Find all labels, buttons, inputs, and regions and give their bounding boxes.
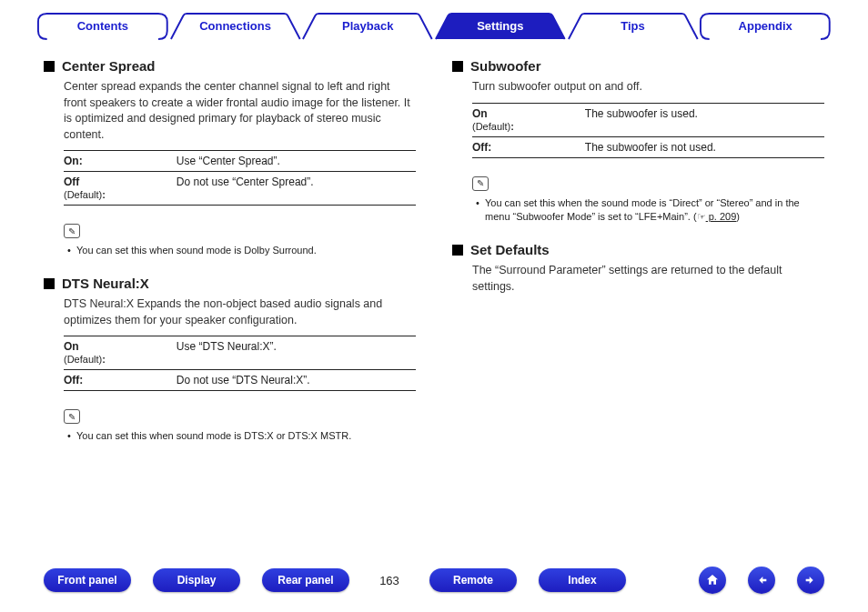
option-default: (Default): [64, 354, 106, 365]
option-value: Use “Center Spread”.: [177, 151, 416, 172]
option-default: (Default): [472, 121, 514, 132]
option-key: On:: [64, 155, 83, 167]
pencil-icon: ✎: [64, 409, 80, 424]
square-bullet-icon: [452, 61, 463, 72]
section-description: The “Surround Parameter” settings are re…: [472, 263, 824, 295]
option-value: Do not use “DTS Neural:X”.: [177, 370, 416, 391]
table-row: On: Use “Center Spread”.: [64, 151, 416, 172]
front-panel-button[interactable]: Front panel: [44, 568, 131, 592]
tab-contents[interactable]: Contents: [36, 13, 169, 40]
prev-page-button[interactable]: [748, 567, 775, 594]
square-bullet-icon: [44, 61, 55, 72]
section-title: Center Spread: [62, 58, 156, 74]
tab-label: Playback: [342, 19, 393, 33]
note-block: ✎ You can set this when sound mode is DT…: [64, 409, 416, 443]
tab-label: Settings: [477, 19, 523, 33]
option-value: Do not use “Center Spread”.: [177, 172, 416, 206]
note-block: ✎ You can set this when sound mode is Do…: [64, 224, 416, 257]
option-key: On: [64, 340, 79, 353]
option-key: On: [472, 107, 488, 120]
option-value: Use “DTS Neural:X”.: [177, 336, 416, 370]
section-title: DTS Neural:X: [62, 276, 149, 291]
note-text-b: ): [736, 211, 740, 222]
tab-playback[interactable]: Playback: [301, 13, 434, 40]
section-description: Turn subwoofer output on and off.: [472, 79, 824, 95]
content-area: Center Spread Center spread expands the …: [0, 40, 868, 462]
arrow-left-icon: [754, 573, 769, 587]
pencil-icon: ✎: [64, 224, 80, 238]
right-column: Subwoofer Turn subwoofer output on and o…: [452, 58, 824, 462]
option-key: Off:: [472, 141, 491, 154]
table-row: Off(Default) Do not use “Center Spread”.: [64, 172, 416, 206]
arrow-right-icon: [803, 573, 818, 587]
left-column: Center Spread Center spread expands the …: [44, 58, 416, 462]
section-dts-neural-x: DTS Neural:X DTS Neural:X Expands the no…: [44, 276, 416, 443]
section-center-spread: Center Spread Center spread expands the …: [44, 58, 416, 257]
tab-tips[interactable]: Tips: [567, 13, 700, 40]
button-label: Rear panel: [278, 574, 333, 587]
tab-label: Tips: [621, 19, 645, 33]
note-block: ✎ You can set this when the sound mode i…: [472, 176, 824, 225]
section-title: Subwoofer: [470, 58, 541, 74]
note-text-a: You can set this when the sound mode is …: [485, 197, 800, 222]
section-title: Set Defaults: [470, 242, 550, 257]
pencil-icon: ✎: [472, 176, 489, 191]
square-bullet-icon: [44, 278, 55, 289]
section-subwoofer: Subwoofer Turn subwoofer output on and o…: [452, 58, 824, 224]
home-icon: [705, 573, 720, 587]
remote-button[interactable]: Remote: [429, 568, 517, 592]
rear-panel-button[interactable]: Rear panel: [262, 568, 349, 592]
pointer-icon: ☞: [697, 211, 706, 222]
section-description: Center spread expands the center channel…: [64, 79, 416, 143]
tab-settings[interactable]: Settings: [434, 13, 567, 40]
options-table: On(Default) Use “DTS Neural:X”. Off: Do …: [64, 336, 416, 391]
table-row: On(Default) The subwoofer is used.: [472, 103, 824, 136]
button-label: Display: [177, 574, 217, 587]
tab-label: Connections: [199, 19, 271, 33]
section-set-defaults: Set Defaults The “Surround Parameter” se…: [452, 242, 824, 295]
tab-connections[interactable]: Connections: [169, 13, 302, 40]
note-text: You can set this when the sound mode is …: [476, 196, 824, 225]
table-row: Off: Do not use “DTS Neural:X”.: [64, 370, 416, 391]
page-number: 163: [371, 574, 408, 587]
table-row: Off: The subwoofer is not used.: [472, 136, 824, 157]
option-default: (Default): [64, 189, 106, 200]
option-key: Off: [64, 176, 79, 188]
table-row: On(Default) Use “DTS Neural:X”.: [64, 336, 416, 370]
tab-label: Contents: [77, 19, 128, 33]
options-table: On: Use “Center Spread”. Off(Default) Do…: [64, 150, 416, 206]
top-tab-bar: Contents Connections Playback Settings T…: [0, 0, 868, 40]
footer-bar: Front panel Display Rear panel 163 Remot…: [0, 567, 868, 594]
note-text: You can set this when sound mode is Dolb…: [67, 244, 416, 257]
tab-label: Appendix: [739, 19, 792, 33]
option-key: Off:: [64, 374, 83, 386]
options-table: On(Default) The subwoofer is used. Off: …: [472, 103, 824, 158]
option-value: The subwoofer is not used.: [585, 136, 824, 157]
button-label: Remote: [453, 574, 493, 587]
tab-appendix[interactable]: Appendix: [699, 13, 832, 40]
display-button[interactable]: Display: [153, 568, 240, 592]
square-bullet-icon: [452, 245, 463, 256]
note-text: You can set this when sound mode is DTS:…: [67, 429, 416, 443]
section-description: DTS Neural:X Expands the non-object base…: [64, 296, 416, 328]
next-page-button[interactable]: [797, 567, 824, 594]
index-button[interactable]: Index: [539, 568, 626, 592]
option-value: The subwoofer is used.: [585, 103, 824, 136]
button-label: Index: [568, 574, 596, 587]
home-button[interactable]: [699, 567, 726, 594]
page-ref-link[interactable]: p. 209: [706, 211, 737, 222]
button-label: Front panel: [57, 574, 116, 587]
